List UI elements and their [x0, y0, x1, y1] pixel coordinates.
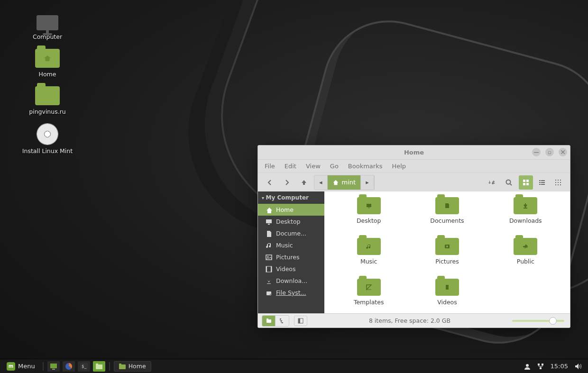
desktop-icon-home[interactable]: Home	[14, 49, 81, 78]
svg-point-52	[526, 364, 529, 367]
volume-icon[interactable]	[575, 363, 582, 370]
toolbar: ◂ mint ▸	[258, 173, 570, 191]
sidebar-item-pictures[interactable]: Pictures	[258, 251, 324, 263]
file-manager-window: Home — ▫ ✕ File Edit View Go Bookmarks H…	[257, 145, 570, 328]
toggle-location-button[interactable]	[485, 175, 499, 190]
titlebar[interactable]: Home — ▫ ✕	[258, 146, 570, 160]
svg-rect-29	[367, 204, 371, 207]
pictures-icon	[266, 254, 272, 261]
svg-rect-49	[96, 364, 98, 365]
menubar: File Edit View Go Bookmarks Help	[258, 160, 570, 173]
menu-file[interactable]: File	[265, 163, 275, 170]
up-button[interactable]	[297, 175, 311, 190]
sidebar-item-desktop[interactable]: Desktop	[258, 216, 324, 227]
file-videos[interactable]: Videos	[410, 279, 484, 313]
desktop-icon-label: Install Linux Mint	[14, 147, 81, 155]
sidebar-item-download[interactable]: Downloa...	[258, 275, 324, 287]
menu-help[interactable]: Help	[392, 163, 406, 170]
file-music[interactable]: Music	[332, 238, 405, 277]
file-pictures[interactable]: Pictures	[410, 238, 484, 277]
svg-rect-18	[560, 182, 561, 183]
minimize-button[interactable]: —	[532, 148, 541, 156]
svg-rect-12	[555, 182, 556, 183]
sidebar-item-music[interactable]: Music	[258, 239, 324, 251]
file-documents[interactable]: Documents	[410, 197, 484, 236]
search-button[interactable]	[502, 175, 516, 190]
forward-button[interactable]	[280, 175, 294, 190]
path-prev-button[interactable]: ◂	[314, 175, 328, 190]
sidebar: My Computer HomeDesktopDocume...MusicPic…	[258, 191, 324, 313]
task-home[interactable]: Home	[114, 361, 151, 372]
zoom-slider[interactable]	[512, 320, 564, 322]
desktop-icon-computer[interactable]: Computer	[14, 15, 81, 40]
sidebar-toggle-button[interactable]	[294, 316, 307, 326]
maximize-button[interactable]: ▫	[545, 148, 554, 156]
svg-point-0	[506, 180, 511, 184]
path-next-button[interactable]: ▸	[361, 175, 374, 190]
file-downloads[interactable]: Downloads	[489, 197, 562, 236]
sidebar-item-home[interactable]: Home	[258, 204, 324, 216]
svg-rect-26	[271, 266, 272, 272]
svg-rect-19	[560, 184, 561, 185]
disc-icon	[37, 124, 58, 145]
clock[interactable]: 15:05	[551, 363, 568, 370]
svg-rect-4	[526, 183, 529, 185]
files-grid: DesktopDocumentsDownloadsMusicPicturesPu…	[324, 191, 570, 313]
user-icon[interactable]	[524, 363, 531, 370]
icon-view-button[interactable]	[519, 175, 533, 190]
folder-icon	[435, 279, 459, 296]
svg-rect-43	[50, 364, 57, 368]
sidebar-header[interactable]: My Computer	[258, 191, 324, 204]
svg-text:$_: $_	[82, 364, 87, 369]
svg-rect-7	[539, 182, 541, 183]
path-segment-current[interactable]: mint	[328, 175, 361, 190]
sidebar-item-document[interactable]: Docume...	[258, 227, 324, 239]
network-icon[interactable]	[537, 363, 544, 370]
sidebar-item-label: Home	[276, 206, 294, 213]
file-templates[interactable]: Templates	[332, 279, 405, 313]
video-icon	[266, 266, 272, 273]
files-launcher[interactable]	[93, 361, 105, 372]
desktop-icon	[266, 218, 272, 225]
compact-view-button[interactable]	[551, 175, 565, 190]
menu-bookmarks[interactable]: Bookmarks	[348, 163, 383, 170]
menu-label: Menu	[18, 363, 35, 370]
sidebar-item-label: Pictures	[276, 254, 300, 261]
desktop-icon-label: pingvinus.ru	[14, 108, 81, 115]
sidebar-item-disk[interactable]: File Syst...	[258, 287, 324, 299]
svg-rect-16	[558, 184, 559, 185]
svg-rect-25	[266, 266, 267, 272]
menu-view[interactable]: View	[306, 163, 321, 170]
sidebar-item-video[interactable]: Videos	[258, 263, 324, 275]
places-mode-button[interactable]	[262, 316, 276, 326]
svg-rect-10	[541, 184, 545, 185]
mint-logo-icon: m	[7, 362, 15, 371]
desktop-icon-label: Home	[14, 71, 81, 78]
desktop-icon-install[interactable]: Install Linux Mint	[14, 124, 81, 155]
close-button[interactable]: ✕	[559, 148, 567, 156]
svg-rect-3	[523, 183, 525, 185]
back-button[interactable]	[263, 175, 277, 190]
file-desktop[interactable]: Desktop	[332, 197, 405, 236]
sidebar-item-label: Docume...	[276, 230, 306, 237]
show-desktop-launcher[interactable]	[47, 361, 60, 372]
menu-button[interactable]: m Menu	[3, 359, 39, 373]
svg-rect-39	[281, 320, 282, 321]
folder-icon	[514, 197, 537, 214]
list-view-button[interactable]	[535, 175, 549, 190]
file-label: Documents	[430, 217, 464, 224]
file-label: Music	[360, 258, 377, 265]
file-public[interactable]: Public	[489, 238, 562, 277]
desktop-icon-pingvinus[interactable]: pingvinus.ru	[14, 86, 81, 115]
svg-rect-20	[266, 219, 272, 223]
tree-mode-button[interactable]	[276, 316, 289, 326]
menu-go[interactable]: Go	[330, 163, 339, 170]
pathbar: ◂ mint ▸	[314, 175, 375, 190]
panel-divider	[43, 362, 44, 371]
disk-icon	[266, 290, 272, 296]
menu-edit[interactable]: Edit	[285, 163, 296, 170]
statusbar: 8 items, Free space: 2.0 GB	[258, 313, 570, 328]
desktop-icons: Computer Home pingvinus.ru Install Linux…	[14, 15, 81, 155]
firefox-launcher[interactable]	[63, 361, 75, 372]
terminal-launcher[interactable]: $_	[78, 361, 90, 372]
